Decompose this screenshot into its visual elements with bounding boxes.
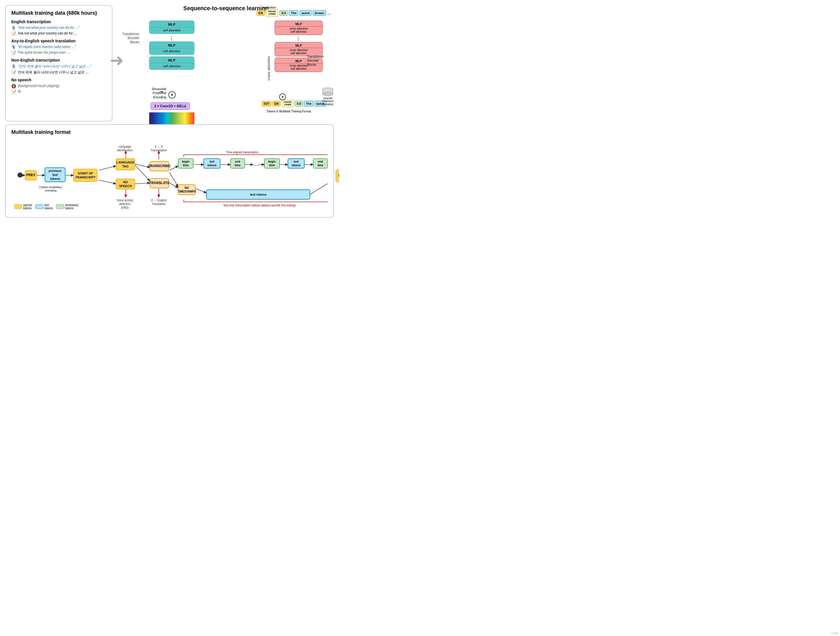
decoder-label: TransformerDecoderBlocks <box>307 55 333 67</box>
plus-circle: + <box>168 91 176 99</box>
pencil-icon: 📝 <box>11 90 16 94</box>
korean-example-1: "언덕 위에 올라 내려다보면 너무나 넓고 넓은 …" <box>18 64 91 69</box>
no-speech-heading: No speech <box>11 78 106 82</box>
svg-line-14 <box>169 173 178 187</box>
transcribe-node: TRANSCRIBE <box>150 161 169 172</box>
legend-timestamp-label: timestamptokens <box>65 203 78 210</box>
token-bottom-label: Tokens in Multitask Training Format <box>246 110 331 113</box>
text-only-label: Text-only transcription (allows dataset-… <box>223 203 295 207</box>
encoder-section: TransformerEncoderBlocks MLP self attent… <box>141 20 203 71</box>
bottom-title: Multitask training format <box>11 129 328 135</box>
svg-line-9 <box>99 180 116 184</box>
legend-text: texttokens <box>35 203 52 210</box>
legend-timestamp-box <box>56 205 64 209</box>
example-row: 🎙️ "언덕 위에 올라 내려다보면 너무나 넓고 넓은 …" <box>11 64 106 69</box>
learned-pos-label: LearnedPositionalEncoding <box>322 97 333 106</box>
pencil-icon: 📝 <box>11 31 16 36</box>
token-the: The <box>289 10 298 16</box>
korean-example-2: 언덕 위에 올라 내려다보면 너무나 넓고 넓은 … <box>18 70 89 75</box>
decoder-self-attn-3: self attention <box>275 67 322 70</box>
sot-node: START OFTRANSCRIPT <box>73 169 98 182</box>
token-transcribe: TRANS-CRIBE <box>266 9 278 17</box>
legend-row: specialtokens texttokens timestamptokens <box>14 203 78 210</box>
encoder-block-2: MLP self attention <box>149 41 194 55</box>
left-panel-title: Multitask training data (680k hours) <box>11 10 106 16</box>
svg-line-11 <box>135 165 150 181</box>
decoder-mlp-2: MLP <box>275 44 322 48</box>
end-time-2-node: end time <box>313 158 328 168</box>
encoder-attn-3: self attention <box>150 65 194 68</box>
legend-text-box <box>35 205 43 209</box>
token-quick: quick <box>300 10 312 16</box>
token-ellipsis-top: … <box>327 11 331 15</box>
flow-container: PREV previoustext tokens Custom vocabula… <box>11 139 328 213</box>
tilde-symbol: ~ <box>160 88 164 96</box>
legend-special-label: specialtokens <box>23 203 32 210</box>
text-tokens-long-node: text tokens <box>206 189 310 200</box>
non-english-heading: Non-English transcription <box>11 58 106 62</box>
pencil-icon: 📝 <box>11 50 16 55</box>
token-0.0-bottom: 0.0 <box>295 101 303 106</box>
spanish-example-2: The quick brown fox jumps over … <box>18 50 70 55</box>
token-row-bottom: SOT EN TRANS-CRIBE 0.0 The quick … <box>262 100 331 107</box>
token-brown: brown <box>313 10 326 16</box>
prev-text-node: previoustext tokens <box>45 167 66 182</box>
token-row-top: EN TRANS-CRIBE 0.0 The quick brown … <box>257 9 331 17</box>
encoder-attn-1: self attention <box>150 28 194 32</box>
english-example-1: "Ask not what your country can do for …" <box>18 26 80 30</box>
no-speech-example-1: (background music playing) <box>18 84 59 88</box>
svg-line-10 <box>135 164 150 167</box>
text-tokens-1-node: text tokens <box>204 158 220 168</box>
start-node <box>17 173 23 178</box>
token-0.0: 0.0 <box>279 10 287 16</box>
right-panel: Sequence-to-sequence learning ➜ Transfor… <box>118 5 334 121</box>
translate-node: TRANSLATE <box>150 178 169 188</box>
eot-node: EOT <box>336 170 339 182</box>
legend-text-label: texttokens <box>44 203 52 210</box>
svg-line-12 <box>135 183 150 184</box>
svg-point-2 <box>323 92 333 96</box>
x-to-x-label: X → XTranscription <box>147 145 170 152</box>
database-icon <box>322 87 333 96</box>
decoder-cross-attn-2: cross attention <box>275 49 322 52</box>
custom-vocab-label: Custom vocabulary /prompting <box>34 186 68 192</box>
bottom-section: Multitask training format <box>5 124 334 218</box>
no-timestamps-node: NOTIMESTAMPS <box>178 184 196 195</box>
svg-line-24 <box>310 179 328 194</box>
middle-dots: … <box>254 161 259 167</box>
encoder-block-1: MLP self attention <box>149 20 194 34</box>
encoder-block-3: MLP self attention <box>149 57 194 70</box>
decoder-self-attn-1: self attention <box>275 30 322 33</box>
svg-line-23 <box>196 189 206 193</box>
end-time-1-node: end time <box>230 158 245 168</box>
encoder-dots: ⋮ <box>149 36 194 41</box>
big-arrow-icon: ➜ <box>110 50 124 70</box>
example-row: 🎙️ "El rápido zorro marrón salta sobre …… <box>11 45 106 49</box>
prev-node: PREV <box>25 170 37 180</box>
english-example-2: Ask not what your country can do for … <box>18 31 77 35</box>
top-section: Multitask training data (680k hours) Eng… <box>0 0 339 121</box>
speaker-icon: 🎙️ <box>11 26 16 30</box>
token-transcribe-bottom: TRANS-CRIBE <box>281 100 294 107</box>
token-the-bottom: The <box>304 101 314 106</box>
example-row: 📝 Ask not what your country can do for … <box>11 31 106 36</box>
speaker-icon: 🎙️ <box>11 64 16 69</box>
language-tag-node: LANGUAGETAG <box>116 158 135 170</box>
conv-block: 2 × Conv1D + GELU <box>151 102 190 110</box>
learned-pos-section: LearnedPositionalEncoding <box>322 87 333 106</box>
translation-heading: Any-to-English speech translation <box>11 39 106 43</box>
svg-line-8 <box>99 166 116 170</box>
example-row: 📝 ∅ <box>11 90 106 94</box>
decoder-block-1: MLP cross attention self attention <box>275 20 323 35</box>
svg-line-13 <box>169 166 178 170</box>
decoder-cross-attn-1: cross attention <box>275 27 322 30</box>
example-row: 📝 The quick brown fox jumps over … <box>11 50 106 55</box>
no-speech-icon: 🔇 <box>11 84 16 88</box>
decoder-dots: ⋮ <box>275 36 323 41</box>
example-row: 🔇 (background music playing) <box>11 84 106 88</box>
cross-attn-label: cross attention <box>267 56 270 80</box>
token-en: EN <box>257 10 265 16</box>
example-row: 📝 언덕 위에 올라 내려다보면 너무나 넓고 넓은 … <box>11 70 106 75</box>
decoder-mlp-1: MLP <box>275 22 322 27</box>
example-row: 🎙️ "Ask not what your country can do for… <box>11 26 106 30</box>
